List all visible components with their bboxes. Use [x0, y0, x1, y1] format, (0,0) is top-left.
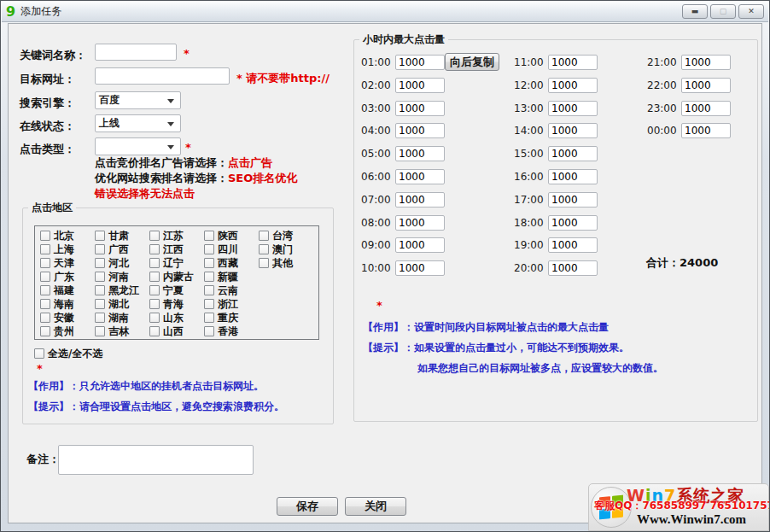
close-dialog-button[interactable]: 关闭: [345, 497, 406, 516]
keyword-input[interactable]: [95, 44, 177, 61]
region-checkbox-item[interactable]: 浙江: [204, 297, 259, 311]
checkbox-icon[interactable]: [40, 244, 50, 254]
region-checkbox-item[interactable]: 山东: [149, 311, 204, 324]
region-checkbox-item[interactable]: 福建: [40, 284, 95, 297]
region-checkbox-item[interactable]: 四川: [204, 243, 259, 256]
hour-max-clicks-input[interactable]: [395, 169, 445, 184]
checkbox-icon[interactable]: [204, 258, 214, 268]
checkbox-icon[interactable]: [40, 258, 50, 268]
region-checkbox-item[interactable]: 山西: [149, 324, 204, 338]
region-checkbox-item[interactable]: 辽宁: [149, 256, 204, 270]
region-checkbox-item[interactable]: 安徽: [40, 311, 95, 324]
checkbox-icon[interactable]: [204, 299, 214, 309]
save-button[interactable]: 保存: [277, 497, 338, 516]
checkbox-icon[interactable]: [149, 244, 160, 254]
checkbox-icon[interactable]: [95, 231, 105, 241]
hour-max-clicks-input[interactable]: [548, 192, 598, 208]
titlebar[interactable]: 9 添加任务 ▬ ▢ ✕: [2, 2, 768, 22]
hour-max-clicks-input[interactable]: [548, 78, 598, 93]
checkbox-icon[interactable]: [149, 285, 160, 295]
region-checkbox-item[interactable]: 台湾: [259, 229, 313, 243]
hour-max-clicks-input[interactable]: [548, 260, 598, 276]
region-checkbox-item[interactable]: 重庆: [204, 311, 259, 324]
region-checkbox-item[interactable]: 江西: [149, 243, 204, 256]
checkbox-icon[interactable]: [204, 244, 214, 254]
checkbox-icon[interactable]: [40, 313, 50, 323]
hour-max-clicks-input[interactable]: [395, 146, 445, 161]
region-checkbox-item[interactable]: 天津: [40, 256, 95, 270]
hour-max-clicks-input[interactable]: [395, 215, 445, 231]
hour-max-clicks-input[interactable]: [548, 146, 598, 161]
checkbox-icon[interactable]: [149, 326, 160, 336]
checkbox-icon[interactable]: [40, 285, 50, 295]
region-checkbox-item[interactable]: 青海: [149, 297, 204, 311]
checkbox-icon[interactable]: [95, 244, 105, 254]
region-checkbox-item[interactable]: 宁夏: [149, 284, 204, 297]
checkbox-icon[interactable]: [204, 231, 214, 241]
click-type-select[interactable]: [95, 137, 181, 155]
copy-forward-button[interactable]: 向后复制: [445, 53, 499, 71]
close-button[interactable]: ✕: [738, 4, 764, 19]
hour-max-clicks-input[interactable]: [548, 237, 598, 253]
checkbox-icon[interactable]: [204, 313, 214, 323]
hour-max-clicks-input[interactable]: [548, 101, 598, 116]
region-checkbox-item[interactable]: 海南: [40, 297, 95, 311]
hour-max-clicks-input[interactable]: [395, 101, 445, 116]
region-checkbox-item[interactable]: 甘肃: [95, 229, 149, 243]
checkbox-icon[interactable]: [259, 231, 269, 241]
checkbox-icon[interactable]: [95, 299, 105, 309]
region-checkbox-item[interactable]: 黑龙江: [95, 284, 149, 297]
hour-max-clicks-input[interactable]: [681, 55, 731, 70]
hour-max-clicks-input[interactable]: [548, 169, 598, 184]
region-checkbox-item[interactable]: 内蒙古: [149, 270, 204, 284]
hour-max-clicks-input[interactable]: [395, 260, 445, 276]
hour-max-clicks-input[interactable]: [681, 78, 731, 93]
checkbox-icon[interactable]: [204, 272, 214, 282]
region-checkbox-item[interactable]: 陕西: [204, 229, 259, 243]
checkbox-icon[interactable]: [95, 272, 105, 282]
region-checkbox-item[interactable]: 吉林: [95, 324, 149, 338]
region-checkbox-item[interactable]: 河北: [95, 256, 149, 270]
hour-max-clicks-input[interactable]: [395, 55, 445, 70]
checkbox-icon[interactable]: [204, 285, 214, 295]
checkbox-icon[interactable]: [204, 326, 214, 336]
checkbox-icon[interactable]: [259, 258, 269, 268]
region-checkbox-item[interactable]: 广西: [95, 243, 149, 256]
region-checkbox-item[interactable]: 广东: [40, 270, 95, 284]
hour-max-clicks-input[interactable]: [548, 215, 598, 231]
hour-max-clicks-input[interactable]: [681, 101, 731, 116]
checkbox-icon[interactable]: [149, 313, 160, 323]
checkbox-icon[interactable]: [149, 258, 160, 268]
checkbox-icon[interactable]: [149, 231, 160, 241]
checkbox-icon[interactable]: [149, 272, 160, 282]
hour-max-clicks-input[interactable]: [548, 55, 598, 70]
hour-max-clicks-input[interactable]: [395, 78, 445, 93]
checkbox-icon[interactable]: [40, 272, 50, 282]
online-status-select[interactable]: 上线: [95, 114, 181, 132]
region-checkbox-item[interactable]: 贵州: [40, 324, 95, 338]
checkbox-icon[interactable]: [95, 313, 105, 323]
hour-max-clicks-input[interactable]: [395, 237, 445, 253]
target-url-input[interactable]: [95, 67, 230, 85]
region-checkbox-item[interactable]: 湖南: [95, 311, 149, 324]
region-checkbox-item[interactable]: 澳门: [259, 243, 313, 256]
checkbox-icon[interactable]: [40, 326, 50, 336]
hour-max-clicks-input[interactable]: [395, 123, 445, 138]
checkbox-icon[interactable]: [149, 299, 160, 309]
minimize-button[interactable]: ▬: [682, 4, 708, 19]
checkbox-icon[interactable]: [40, 299, 50, 309]
checkbox-icon[interactable]: [95, 258, 105, 268]
checkbox-icon[interactable]: [40, 231, 50, 241]
hour-max-clicks-input[interactable]: [395, 192, 445, 208]
checkbox-icon[interactable]: [259, 244, 269, 254]
region-checkbox-item[interactable]: 西藏: [204, 256, 259, 270]
select-all-checkbox-item[interactable]: 全选/全不选: [34, 347, 102, 360]
region-checkbox-item[interactable]: 北京: [40, 229, 95, 243]
search-engine-select[interactable]: 百度: [95, 91, 181, 109]
region-checkbox-item[interactable]: 新疆: [204, 270, 259, 284]
region-checkbox-item[interactable]: 河南: [95, 270, 149, 284]
region-checkbox-item[interactable]: 云南: [204, 284, 259, 297]
hour-max-clicks-input[interactable]: [681, 123, 731, 138]
region-checkbox-item[interactable]: 其他: [259, 256, 313, 270]
checkbox-icon[interactable]: [34, 348, 44, 359]
